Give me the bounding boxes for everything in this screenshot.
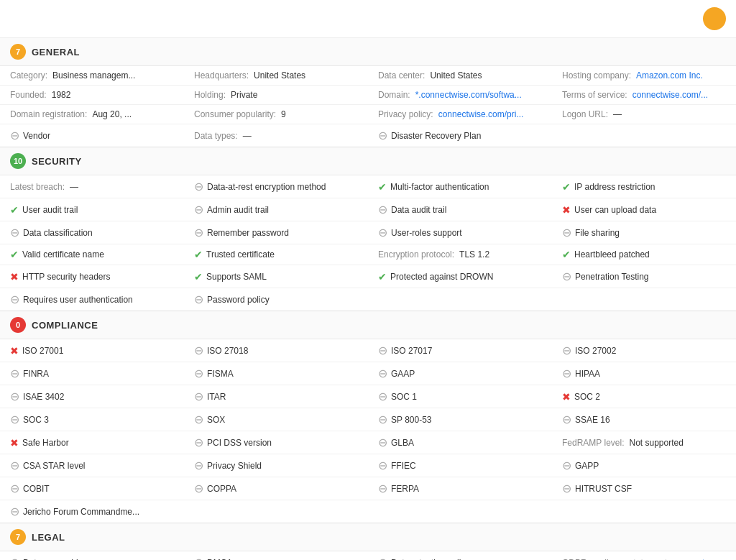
check-icon: ✔ bbox=[378, 271, 387, 283]
section-legal: 7LEGAL⊖Data ownership⊖DMCA⊖Data retentio… bbox=[0, 523, 736, 560]
cell-value: Private bbox=[231, 90, 257, 100]
cell: ⊖Password policy bbox=[184, 288, 368, 311]
cell: ⊖Data audit trail bbox=[368, 198, 552, 221]
cell: GDPR readiness statement:connect... bbox=[552, 551, 736, 560]
cell-value: — bbox=[243, 131, 252, 141]
cell-value: HTTP security headers bbox=[22, 272, 111, 282]
cell-label: Terms of service: bbox=[562, 90, 627, 100]
neutral-icon: ⊖ bbox=[194, 367, 203, 380]
cell-value: Requires user authentication bbox=[23, 295, 133, 305]
cell-value: Multi-factor authentication bbox=[390, 182, 489, 192]
cell: ✔Valid certificate name bbox=[0, 244, 184, 265]
cell-value: GAPP bbox=[575, 461, 599, 471]
grid-row: ⊖SOC 3⊖SOX⊖SP 800-53⊖SSAE 16 bbox=[0, 408, 736, 431]
cell: ✖Safe Harbor bbox=[0, 431, 184, 454]
section-header-legal: 7LEGAL bbox=[0, 523, 736, 551]
cell-label: Data center: bbox=[378, 70, 425, 81]
neutral-icon: ⊖ bbox=[378, 344, 387, 357]
section-score-compliance: 0 bbox=[10, 317, 26, 333]
cell-value: Disaster Recovery Plan bbox=[391, 131, 481, 141]
cross-icon: ✖ bbox=[10, 437, 19, 449]
check-icon: ✔ bbox=[562, 249, 571, 260]
neutral-icon: ⊖ bbox=[194, 226, 203, 239]
cell: ⊖SOX bbox=[184, 408, 368, 431]
cell bbox=[368, 500, 552, 523]
cell-value: ISO 27001 bbox=[22, 346, 63, 356]
grid-row: Category:Business managem...Headquarters… bbox=[0, 66, 736, 86]
cell-value: Trusted certificate bbox=[206, 249, 275, 260]
neutral-icon: ⊖ bbox=[378, 203, 387, 216]
neutral-icon: ⊖ bbox=[10, 482, 19, 495]
cell-link[interactable]: connectwise.com/... bbox=[632, 90, 708, 100]
section-security: 10SECURITYLatest breach:—⊖Data-at-rest e… bbox=[0, 147, 736, 311]
cell-value: Admin audit trail bbox=[207, 205, 269, 215]
cell-label: FedRAMP level: bbox=[562, 438, 624, 448]
top-bar bbox=[0, 0, 736, 38]
cell-value: Protected against DROWN bbox=[390, 272, 493, 282]
cross-icon: ✖ bbox=[10, 271, 19, 283]
cell-value: Penetration Testing bbox=[575, 272, 649, 282]
section-compliance: 0COMPLIANCE✖ISO 27001⊖ISO 27018⊖ISO 2701… bbox=[0, 311, 736, 523]
section-header-security: 10SECURITY bbox=[0, 147, 736, 175]
cell-value: File sharing bbox=[575, 228, 620, 238]
cell-value: Data ownership bbox=[23, 558, 83, 561]
cell-value: United States bbox=[430, 70, 482, 81]
cell: ⊖SP 800-53 bbox=[368, 408, 552, 431]
cell: ⊖Privacy Shield bbox=[184, 454, 368, 477]
cell: ⊖Jericho Forum Commandme... bbox=[0, 500, 184, 523]
cell-value: SP 800-53 bbox=[391, 415, 432, 425]
cell: ⊖CSA STAR level bbox=[0, 454, 184, 477]
grid-row: ⊖ISAE 3402⊖ITAR⊖SOC 1✖SOC 2 bbox=[0, 385, 736, 408]
cell: ⊖Disaster Recovery Plan bbox=[368, 124, 552, 147]
check-icon: ✔ bbox=[10, 204, 19, 216]
cell-value: Heartbleed patched bbox=[574, 249, 650, 260]
grid-row: ✔Valid certificate name✔Trusted certific… bbox=[0, 244, 736, 265]
neutral-icon: ⊖ bbox=[194, 459, 203, 472]
neutral-icon: ⊖ bbox=[10, 226, 19, 239]
cell: ⊖GAPP bbox=[552, 454, 736, 477]
cell-value: FERPA bbox=[391, 484, 419, 494]
neutral-icon: ⊖ bbox=[562, 459, 571, 472]
cell bbox=[184, 500, 368, 523]
cell: ⊖FFIEC bbox=[368, 454, 552, 477]
cell-value: FFIEC bbox=[391, 461, 416, 471]
cell-value: GLBA bbox=[391, 438, 414, 448]
neutral-icon: ⊖ bbox=[562, 482, 571, 495]
neutral-icon: ⊖ bbox=[562, 270, 571, 283]
neutral-icon: ⊖ bbox=[194, 180, 203, 193]
cell: ✔Supports SAML bbox=[184, 265, 368, 288]
cell: ⊖COBIT bbox=[0, 477, 184, 500]
cell-label: Privacy policy: bbox=[378, 109, 433, 119]
cell: ⊖ISO 27017 bbox=[368, 339, 552, 362]
cell: ⊖Remember password bbox=[184, 221, 368, 244]
cell-label: Data types: bbox=[194, 131, 238, 141]
neutral-icon: ⊖ bbox=[10, 129, 19, 142]
cell-label: Holding: bbox=[194, 90, 226, 100]
cell-link[interactable]: connect... bbox=[674, 558, 712, 561]
neutral-icon: ⊖ bbox=[378, 367, 387, 380]
neutral-icon: ⊖ bbox=[562, 226, 571, 239]
cell: ✔User audit trail bbox=[0, 198, 184, 221]
cell: ⊖Vendor bbox=[0, 124, 184, 147]
grid-row: ⊖COBIT⊖COPPA⊖FERPA⊖HITRUST CSF bbox=[0, 477, 736, 500]
grid-row: ⊖Data classification⊖Remember password⊖U… bbox=[0, 221, 736, 244]
cell-link[interactable]: *.connectwise.com/softwa... bbox=[415, 90, 522, 100]
cell: ✔Trusted certificate bbox=[184, 244, 368, 265]
cell-value: Vendor bbox=[23, 131, 50, 141]
cell: ⊖ITAR bbox=[184, 385, 368, 408]
section-general: 7GENERALCategory:Business managem...Head… bbox=[0, 38, 736, 147]
cell-value: Supports SAML bbox=[206, 272, 267, 282]
cell-link[interactable]: connectwise.com/pri... bbox=[438, 109, 524, 119]
cell-value: Remember password bbox=[207, 228, 289, 238]
neutral-icon: ⊖ bbox=[10, 293, 19, 306]
neutral-icon: ⊖ bbox=[378, 390, 387, 403]
cell-value: ISAE 3402 bbox=[23, 392, 64, 402]
section-title-general: GENERAL bbox=[32, 47, 80, 58]
cell-value: SOC 2 bbox=[574, 392, 600, 402]
cell: ✔IP address restriction bbox=[552, 175, 736, 198]
check-icon: ✔ bbox=[194, 271, 203, 283]
cell-link[interactable]: Amazon.com Inc. bbox=[636, 70, 703, 81]
neutral-icon: ⊖ bbox=[562, 367, 571, 380]
neutral-icon: ⊖ bbox=[10, 413, 19, 426]
neutral-icon: ⊖ bbox=[10, 367, 19, 380]
